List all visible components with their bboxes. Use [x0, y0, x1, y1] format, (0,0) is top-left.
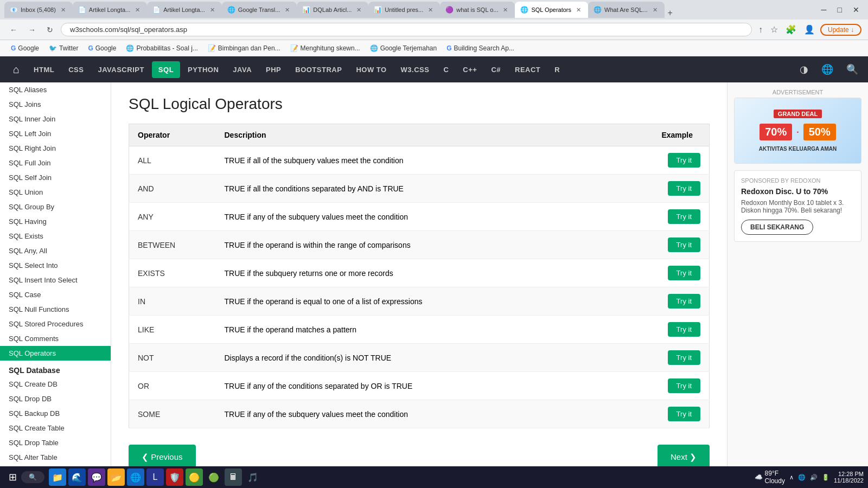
taskbar-app-files[interactable]: 📂	[107, 468, 125, 486]
sidebar-item-sql-aliases[interactable]: SQL Aliases	[0, 82, 111, 97]
sidebar-item-sql-backup-db[interactable]: SQL Backup DB	[0, 406, 111, 421]
tab-close[interactable]: ✕	[651, 6, 659, 14]
sidebar-item-sql-null-functions[interactable]: SQL Null Functions	[0, 302, 111, 317]
sidebar-item-sql-joins[interactable]: SQL Joins	[0, 97, 111, 112]
sidebar-item-sql-any-all[interactable]: SQL Any, All	[0, 243, 111, 258]
profile-button[interactable]: 👤	[802, 22, 817, 37]
sidebar-item-sql-inner-join[interactable]: SQL Inner Join	[0, 112, 111, 126]
bookmark-google2[interactable]: G Google	[84, 43, 120, 53]
extensions-button[interactable]: 🧩	[783, 22, 799, 37]
new-tab-button[interactable]: +	[665, 8, 676, 18]
sidebar-item-sql-left-join[interactable]: SQL Left Join	[0, 126, 111, 141]
sidebar-item-sql-drop-table[interactable]: SQL Drop Table	[0, 435, 111, 450]
sidebar-item-sql-alter-table[interactable]: SQL Alter Table	[0, 450, 111, 465]
taskbar-app-chrome[interactable]: 🟡	[186, 468, 203, 486]
nav-javascript[interactable]: JAVASCRIPT	[91, 61, 150, 78]
tab-sqloperators[interactable]: 🌐 SQL Operators ✕	[515, 2, 588, 18]
taskbar-app-calc[interactable]: 🖩	[225, 468, 242, 486]
sidebar-item-sql-right-join[interactable]: SQL Right Join	[0, 141, 111, 156]
sidebar-item-sql-exists[interactable]: SQL Exists	[0, 229, 111, 243]
globe-icon[interactable]: 🌐	[818, 60, 837, 79]
back-button[interactable]: ←	[7, 23, 21, 36]
nav-html[interactable]: HTML	[27, 61, 61, 78]
sidebar-item-sql-case[interactable]: SQL Case	[0, 287, 111, 302]
tab-dqlab[interactable]: 📊 DQLab Articl... ✕	[297, 2, 368, 18]
taskbar-app-browser2[interactable]: 🌐	[127, 468, 144, 486]
try-it-button[interactable]: Try it	[668, 181, 700, 196]
tab-close[interactable]: ✕	[575, 6, 583, 14]
try-it-button[interactable]: Try it	[668, 294, 700, 309]
search-icon[interactable]: 🔍	[843, 60, 861, 79]
sidebar-item-sql-group-by[interactable]: SQL Group By	[0, 200, 111, 214]
nav-csharp[interactable]: C#	[484, 61, 507, 78]
taskbar-app-tl[interactable]: L	[146, 468, 164, 486]
try-it-button[interactable]: Try it	[668, 153, 700, 168]
tab-close[interactable]: ✕	[59, 6, 67, 14]
bookmark-probabilitas[interactable]: 🌐 Probabilitas - Soal j...	[122, 43, 202, 53]
sidebar-item-sql-create-table[interactable]: SQL Create Table	[0, 421, 111, 435]
url-input[interactable]	[61, 23, 752, 36]
sidebar-item-sql-full-join[interactable]: SQL Full Join	[0, 156, 111, 170]
sidebar-item-sql-create-db[interactable]: SQL Create DB	[0, 377, 111, 391]
try-it-button[interactable]: Try it	[668, 407, 700, 421]
nav-sql[interactable]: SQL	[152, 61, 180, 78]
bookmark-google1[interactable]: G Google	[7, 43, 43, 53]
tab-whataresql[interactable]: 🌐 What Are SQL... ✕	[588, 2, 664, 18]
bookmark-menghitung[interactable]: 📝 Menghitung skewn...	[286, 43, 365, 53]
reload-button[interactable]: ↻	[43, 23, 56, 36]
bookmark-building[interactable]: G Building Search Ap...	[442, 43, 519, 53]
bookmark-bimbingan[interactable]: 📝 Bimbingan dan Pen...	[203, 43, 285, 53]
sidebar-item-sql-drop-db[interactable]: SQL Drop DB	[0, 391, 111, 406]
taskbar-app-explorer[interactable]: 📁	[49, 468, 66, 486]
tab-artikel1[interactable]: 📄 Artikel Longta... ✕	[73, 2, 147, 18]
forward-button[interactable]: →	[25, 23, 39, 36]
system-tray-arrow[interactable]: ∧	[789, 474, 794, 481]
start-button[interactable]: ⊞	[4, 469, 21, 485]
nav-r[interactable]: R	[548, 61, 566, 78]
tab-gmail[interactable]: 📧 Inbox (5,408) ✕	[4, 2, 73, 18]
taskbar-app-security[interactable]: 🛡️	[166, 468, 183, 486]
bookmark-terjemahan[interactable]: 🌐 Google Terjemahan	[366, 43, 442, 53]
taskbar-app-teams[interactable]: 💬	[88, 468, 105, 486]
update-button[interactable]: Update ↓	[820, 24, 861, 36]
tab-pres[interactable]: 📊 Untitled pres... ✕	[368, 2, 440, 18]
try-it-button[interactable]: Try it	[668, 350, 700, 365]
tab-translate[interactable]: 🌐 Google Transl... ✕	[222, 2, 297, 18]
nav-java[interactable]: JAVA	[226, 61, 258, 78]
taskbar-app-music[interactable]: 🎵	[244, 468, 261, 486]
sidebar-item-sql-self-join[interactable]: SQL Self Join	[0, 170, 111, 185]
tab-close[interactable]: ✕	[208, 6, 216, 14]
sidebar-item-sql-select-into[interactable]: SQL Select Into	[0, 258, 111, 273]
nav-c[interactable]: C	[437, 61, 455, 78]
tab-close[interactable]: ✕	[426, 6, 435, 14]
nav-w3css[interactable]: W3.CSS	[394, 61, 436, 78]
taskbar-app-extra[interactable]: 🟢	[205, 468, 222, 486]
tab-close[interactable]: ✕	[355, 6, 363, 14]
bookmark-button[interactable]: ☆	[768, 22, 780, 37]
taskbar-search[interactable]: 🔍	[21, 471, 44, 483]
try-it-button[interactable]: Try it	[668, 209, 700, 224]
tab-close[interactable]: ✕	[501, 6, 509, 14]
bookmark-twitter[interactable]: 🐦 Twitter	[44, 43, 82, 53]
sidebar-item-sql-insert-into-select[interactable]: SQL Insert Into Select	[0, 273, 111, 287]
tab-close[interactable]: ✕	[283, 6, 291, 14]
minimize-button[interactable]: ─	[817, 3, 831, 16]
try-it-button[interactable]: Try it	[668, 322, 700, 337]
sidebar-item-sql-stored-procedures[interactable]: SQL Stored Procedures	[0, 317, 111, 331]
try-it-button[interactable]: Try it	[668, 266, 700, 280]
nav-python[interactable]: PYTHON	[181, 61, 225, 78]
sidebar-item-sql-union[interactable]: SQL Union	[0, 185, 111, 200]
try-it-button[interactable]: Try it	[668, 237, 700, 252]
sidebar-item-sql-comments[interactable]: SQL Comments	[0, 331, 111, 346]
nav-css[interactable]: CSS	[62, 61, 90, 78]
nav-php[interactable]: PHP	[259, 61, 288, 78]
moon-icon[interactable]: ◑	[796, 60, 812, 79]
try-it-button[interactable]: Try it	[668, 378, 700, 393]
sponsor-button[interactable]: BELI SEKARANG	[741, 220, 813, 235]
nav-cpp[interactable]: C++	[456, 61, 483, 78]
nav-react[interactable]: REACT	[508, 61, 547, 78]
previous-button[interactable]: ❮ Previous	[129, 445, 196, 466]
sidebar-item-sql-operators[interactable]: SQL Operators	[0, 346, 111, 361]
next-button[interactable]: Next ❯	[658, 445, 710, 466]
nav-howto[interactable]: HOW TO	[349, 61, 393, 78]
